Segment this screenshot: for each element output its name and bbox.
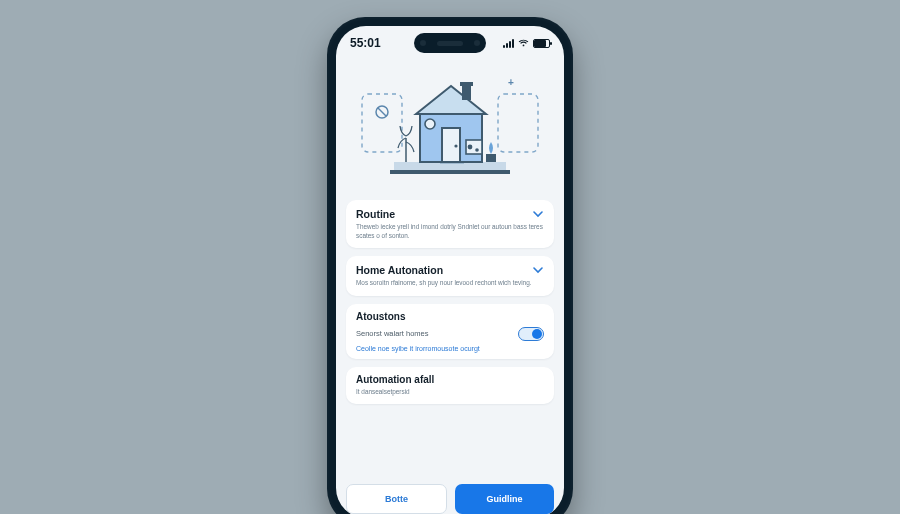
svg-point-14: [454, 144, 457, 147]
card-description: It dansealsetpersid: [356, 388, 544, 397]
svg-rect-6: [390, 170, 510, 174]
svg-marker-10: [416, 86, 486, 114]
toggle-switch[interactable]: [518, 327, 544, 341]
screen: 55:01 +: [336, 26, 564, 514]
card-home-automation[interactable]: Home Autonation Mos soroitn rfainome, sh…: [346, 256, 554, 296]
status-time: 55:01: [350, 36, 381, 50]
card-title: Routine: [356, 208, 395, 220]
svg-rect-11: [462, 84, 471, 100]
chevron-down-icon: [532, 208, 544, 220]
svg-rect-12: [460, 82, 473, 86]
primary-button[interactable]: Guidline: [455, 484, 554, 514]
svg-rect-1: [498, 94, 538, 152]
toggle-label: Senorst walart homes: [356, 329, 429, 338]
battery-icon: [533, 39, 550, 48]
card-routine[interactable]: Routine Theweb iecke yrell ind imond dot…: [346, 200, 554, 248]
svg-text:+: +: [508, 77, 514, 88]
chevron-down-icon: [532, 264, 544, 276]
svg-point-17: [468, 145, 473, 150]
dynamic-island: [414, 33, 486, 53]
card-title: Home Autonation: [356, 264, 443, 276]
svg-point-18: [475, 148, 479, 152]
hero-illustration: +: [336, 60, 564, 200]
card-description: Mos soroitn rfainome, sh puy nour levood…: [356, 279, 544, 288]
svg-line-3: [378, 108, 386, 116]
card-automation-afall[interactable]: Automation afall It dansealsetpersid: [346, 367, 554, 404]
card-description: Theweb iecke yrell ind imond dotrly Sndn…: [356, 223, 544, 240]
card-atoustons: Atoustons Senorst walart homes Ceolle no…: [346, 304, 554, 359]
svg-rect-19: [486, 154, 496, 162]
content-area: Routine Theweb iecke yrell ind imond dot…: [336, 200, 564, 478]
secondary-button[interactable]: Botte: [346, 484, 447, 514]
status-indicators: [503, 39, 550, 48]
signal-icon: [503, 39, 514, 48]
footer-actions: Botte Guidline: [336, 478, 564, 514]
card-title: Atoustons: [356, 311, 405, 322]
svg-rect-13: [442, 128, 460, 162]
svg-rect-0: [362, 94, 402, 152]
card-title: Automation afall: [356, 374, 434, 385]
phone-frame: 55:01 +: [327, 17, 573, 514]
svg-point-15: [425, 119, 435, 129]
help-link[interactable]: Ceolle noe syibe it irorromousote ocurgt: [356, 345, 544, 352]
wifi-icon: [518, 39, 529, 47]
